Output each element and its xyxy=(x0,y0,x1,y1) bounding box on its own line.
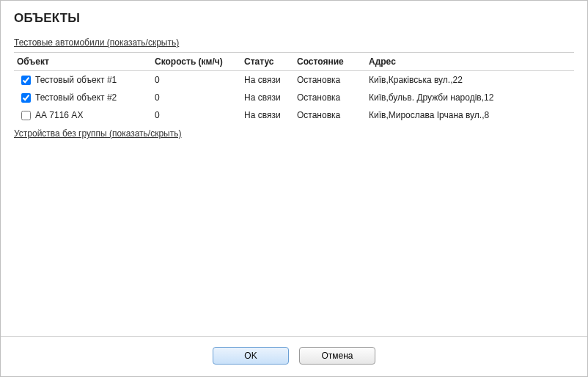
col-header-address: Адрес xyxy=(366,53,574,71)
cancel-button[interactable]: Отмена xyxy=(299,347,375,365)
speed-cell: 0 xyxy=(152,106,241,124)
col-header-state: Состояние xyxy=(294,53,366,71)
table-row: Тестовый объект #20На связиОстановкаКиїв… xyxy=(14,89,574,106)
speed-cell: 0 xyxy=(152,71,241,89)
state-cell: Остановка xyxy=(294,106,366,124)
address-cell: Київ,Краківська вул.,22 xyxy=(366,71,574,89)
dialog-footer: OK Отмена xyxy=(1,335,587,376)
object-name: АА 7116 АХ xyxy=(35,110,83,120)
row-checkbox[interactable] xyxy=(21,111,31,120)
dialog-content: ОБЪЕКТЫ Тестовые автомобили (показать/ск… xyxy=(1,1,587,337)
row-checkbox[interactable] xyxy=(21,93,31,103)
group-toggle-no-group[interactable]: Устройства без группы (показать/скрыть) xyxy=(14,128,181,139)
objects-table: Объект Скорость (км/ч) Статус Состояние … xyxy=(14,52,574,124)
address-cell: Київ,Мирослава Ірчана вул.,8 xyxy=(366,106,574,124)
object-name: Тестовый объект #2 xyxy=(35,92,117,103)
group-toggle-test-cars[interactable]: Тестовые автомобили (показать/скрыть) xyxy=(14,37,179,48)
state-cell: Остановка xyxy=(294,89,366,106)
status-cell: На связи xyxy=(241,71,294,89)
object-name: Тестовый объект #1 xyxy=(35,75,117,85)
table-header-row: Объект Скорость (км/ч) Статус Состояние … xyxy=(14,53,574,71)
table-row: Тестовый объект #10На связиОстановкаКиїв… xyxy=(14,71,574,89)
status-cell: На связи xyxy=(241,106,294,124)
state-cell: Остановка xyxy=(294,71,366,89)
status-cell: На связи xyxy=(241,89,294,106)
col-header-object: Объект xyxy=(14,53,152,71)
col-header-status: Статус xyxy=(241,53,294,71)
dialog-title: ОБЪЕКТЫ xyxy=(14,11,574,26)
ok-button[interactable]: OK xyxy=(213,347,289,365)
address-cell: Київ,бульв. Дружби народів,12 xyxy=(366,89,574,106)
col-header-speed: Скорость (км/ч) xyxy=(152,53,241,71)
table-row: АА 7116 АХ0На связиОстановкаКиїв,Миросла… xyxy=(14,106,574,124)
row-checkbox[interactable] xyxy=(21,76,31,85)
speed-cell: 0 xyxy=(152,89,241,106)
objects-dialog: ОБЪЕКТЫ Тестовые автомобили (показать/ск… xyxy=(0,0,588,377)
